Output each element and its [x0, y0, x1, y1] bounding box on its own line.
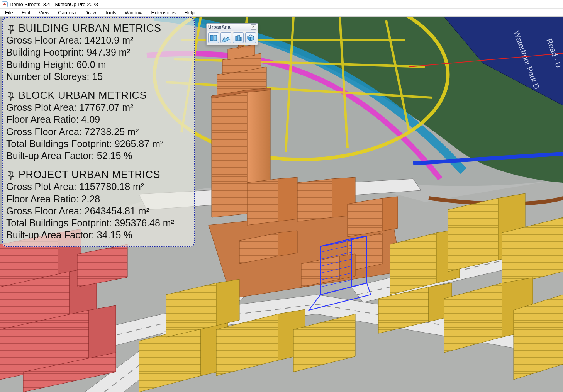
metric-row: Built-up Area Factor: 34.15 %: [6, 229, 190, 241]
svg-rect-75: [214, 35, 217, 41]
metric-row: Total Buildings Footprint: 395376.48 m²: [6, 217, 190, 229]
svg-marker-70: [89, 305, 116, 360]
svg-marker-38: [340, 254, 355, 279]
toolbar-titlebar[interactable]: UrbanAna ×: [207, 24, 258, 31]
ruler-icon: [222, 34, 230, 42]
svg-marker-21: [212, 90, 247, 217]
svg-rect-83: [240, 37, 241, 41]
menu-draw[interactable]: Draw: [80, 9, 100, 16]
sketchup-icon: [2, 1, 8, 7]
cube-icon: [247, 34, 254, 42]
urbanana-toolbar[interactable]: UrbanAna ×: [206, 23, 258, 45]
metric-row: Built-up Area Factor: 52.15 %: [6, 150, 190, 162]
svg-marker-35: [278, 231, 297, 256]
metrics-building-heading: BUILDING URBAN METRICS: [19, 22, 161, 34]
metric-row: Floor Area Ratio: 2.28: [6, 193, 190, 205]
panel-icon: [210, 34, 217, 42]
window-title: Demo Streets_3.4 - SketchUp Pro 2023: [10, 2, 98, 7]
metrics-project-section: PROJECT URBAN METRICS Gross Plot Area: 1…: [6, 169, 190, 241]
svg-rect-81: [236, 36, 237, 41]
buildings-icon: [234, 34, 242, 42]
model-viewport[interactable]: Road · U Waterfront Park D: [0, 17, 563, 392]
svg-marker-28: [247, 179, 278, 225]
menu-window[interactable]: Window: [120, 9, 147, 16]
pin-icon: [4, 168, 17, 182]
window-titlebar: Demo Streets_3.4 - SketchUp Pro 2023: [0, 0, 563, 8]
pin-icon: [4, 22, 17, 35]
metrics-block-heading: BLOCK URBAN METRICS: [19, 90, 147, 102]
metric-row: Gross Plot Area: 17767.07 m²: [6, 102, 190, 114]
menu-view[interactable]: View: [34, 9, 54, 16]
menu-file[interactable]: File: [1, 9, 17, 16]
toolbar-body: [207, 31, 258, 45]
metrics-block-section: BLOCK URBAN METRICS Gross Plot Area: 177…: [6, 90, 190, 162]
metrics-project-heading: PROJECT URBAN METRICS: [19, 169, 160, 181]
toolbar-volume-button[interactable]: [245, 32, 256, 43]
pin-icon: [4, 89, 17, 102]
metric-row: Gross Plot Area: 1157780.18 m²: [6, 181, 190, 193]
metric-row: Gross Floor Area: 72738.25 m²: [6, 126, 190, 138]
svg-marker-32: [348, 198, 382, 237]
metric-row: Gross Floor Area: 2643454.81 m²: [6, 205, 190, 217]
svg-marker-50: [448, 198, 498, 272]
toolbar-measure-button[interactable]: [220, 32, 231, 43]
svg-marker-33: [382, 197, 398, 231]
metrics-overlay: BUILDING URBAN METRICS Gross Floor Area:…: [2, 17, 195, 247]
menu-edit[interactable]: Edit: [17, 9, 34, 16]
metric-row: Building Height: 60.0 m: [6, 59, 190, 71]
menu-extensions[interactable]: Extensions: [147, 9, 180, 16]
toolbar-buildings-button[interactable]: [233, 32, 244, 43]
menu-camera[interactable]: Camera: [54, 9, 80, 16]
metrics-building-section: BUILDING URBAN METRICS Gross Floor Area:…: [6, 22, 190, 83]
menu-bar: File Edit View Camera Draw Tools Window …: [0, 8, 563, 17]
toolbar-title: UrbanAna: [208, 24, 230, 30]
metric-row: Total Buildings Footprint: 9265.87 m²: [6, 138, 190, 150]
svg-marker-29: [278, 177, 297, 221]
menu-help[interactable]: Help: [180, 9, 199, 16]
metric-row: Gross Floor Area: 14210.9 m²: [6, 34, 190, 46]
svg-marker-64: [216, 279, 239, 326]
metric-row: Floor Area Ratio: 4.09: [6, 114, 190, 126]
svg-marker-30: [297, 179, 332, 221]
metric-row: Number of Storeys: 15: [6, 71, 190, 83]
svg-rect-74: [210, 35, 213, 41]
toolbar-panel-button[interactable]: [208, 32, 219, 43]
menu-tools[interactable]: Tools: [100, 9, 120, 16]
close-icon[interactable]: ×: [251, 24, 256, 30]
metric-row: Building Footprint: 947.39 m²: [6, 46, 190, 58]
svg-rect-82: [238, 35, 240, 41]
